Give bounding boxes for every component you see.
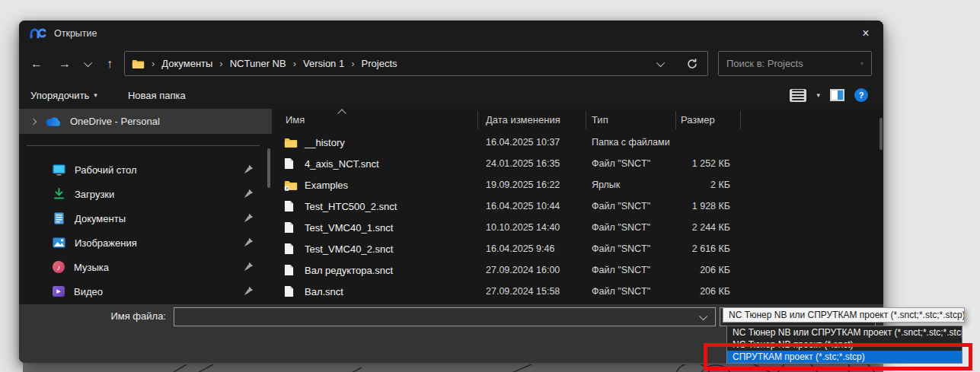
file-row[interactable]: 4_axis_NCT.snct 24.01.2025 16:35 Файл "S… (272, 153, 883, 174)
column-header-type[interactable]: Тип (592, 110, 608, 130)
file-row[interactable]: Вал редуктора.snct 27.09.2024 16:00 Файл… (272, 259, 883, 281)
file-name: Вал.snct (305, 286, 343, 297)
desktop-icon (53, 164, 65, 176)
back-icon: ← (30, 57, 43, 71)
file-type: Файл "SNCT" (586, 222, 675, 233)
file-type-dropdown: NC Тюнер NB или СПРУТКАМ проект (*.snct;… (726, 326, 962, 364)
file-size: 206 КБ (675, 286, 740, 297)
file-list: Имя Дата изменения Тип Размер __history … (272, 109, 883, 304)
search-box[interactable] (718, 51, 872, 76)
sidebar-item-desktop[interactable]: Рабочий стол (19, 157, 272, 182)
expand-chevron-icon[interactable] (30, 118, 37, 124)
search-input[interactable] (719, 58, 860, 69)
file-size: 206 КБ (675, 265, 740, 275)
file-row[interactable]: Test_VMC40_1.snct 10.10.2025 14:40 Файл … (272, 217, 883, 238)
view-options-caret-icon[interactable]: ▾ (816, 91, 820, 99)
file-row[interactable]: __history 16.04.2025 10:37 Папка с файла… (272, 132, 883, 153)
column-header-name[interactable]: Имя (286, 110, 305, 130)
app-logo-icon (30, 27, 46, 39)
videos-icon: ▶ (53, 286, 65, 297)
file-date: 27.09.2024 15:58 (477, 286, 586, 297)
breadcrumb-segment[interactable]: Version 1 (303, 58, 344, 69)
file-name: Test_VMC40_1.snct (305, 222, 393, 234)
list-scrollbar[interactable] (879, 118, 883, 150)
file-type: Папка с файлами (586, 137, 675, 148)
filename-label: Имя файла: (19, 310, 166, 322)
file-type: Файл "SNCT" (586, 201, 675, 211)
up-button[interactable]: ↑ (100, 54, 120, 74)
sidebar-scrollbar[interactable] (267, 148, 270, 188)
pin-icon (244, 213, 254, 223)
close-button[interactable]: × (848, 21, 883, 46)
file-date: 16.04.2025 9:46 (477, 243, 586, 254)
file-type: Файл "SNCT" (586, 265, 675, 275)
forward-button[interactable]: → (55, 54, 75, 74)
file-icon (284, 264, 298, 276)
file-row[interactable]: Вал.snct 27.09.2024 15:58 Файл "SNCT" 20… (272, 281, 883, 302)
file-row[interactable]: Test_VMC40_2.snct 16.04.2025 9:46 Файл "… (272, 238, 883, 259)
sidebar-item-music[interactable]: ♪ Музыка (19, 255, 272, 279)
breadcrumb-segment[interactable]: NCTuner NB (230, 58, 286, 69)
file-date: 27.09.2024 16:00 (477, 265, 586, 275)
filename-input[interactable] (174, 311, 701, 323)
pin-icon (244, 286, 254, 296)
sidebar-item-label: Музыка (74, 262, 109, 273)
sort-ascending-icon (337, 109, 346, 117)
file-date: 19.09.2025 16:22 (477, 180, 586, 190)
breadcrumb-chevron-icon: › (351, 58, 354, 69)
help-icon[interactable]: ? (854, 88, 868, 102)
file-name: Вал редуктора.snct (305, 265, 393, 276)
pin-icon (244, 164, 254, 174)
search-icon (860, 58, 863, 69)
caret-down-icon: ▾ (94, 91, 97, 99)
file-name: __history (305, 137, 345, 148)
refresh-icon[interactable] (686, 58, 698, 70)
recent-locations-button[interactable] (79, 54, 99, 74)
sidebar-item-label: OneDrive - Personal (70, 116, 160, 127)
file-date: 16.04.2025 10:44 (477, 201, 586, 211)
file-date: 16.04.2025 10:37 (477, 137, 586, 148)
file-size: 1 252 КБ (675, 158, 740, 169)
sidebar-item-onedrive[interactable]: OneDrive - Personal (19, 109, 272, 134)
up-icon: ↑ (107, 57, 113, 71)
navigation-sidebar: OneDrive - Personal Рабочий стол (19, 109, 272, 304)
file-size: 1 928 КБ (675, 201, 740, 211)
address-dropdown-icon[interactable] (656, 58, 665, 66)
list-header: Имя Дата изменения Тип Размер (272, 110, 883, 130)
new-folder-button[interactable]: Новая папка (128, 90, 186, 101)
sidebar-item-videos[interactable]: ▶ Видео (19, 279, 272, 304)
command-toolbar: Упорядочить ▾ Новая папка ▾ ? (19, 81, 883, 109)
organize-button[interactable]: Упорядочить ▾ (30, 90, 97, 101)
sidebar-item-label: Документы (75, 213, 126, 224)
cad-wireframe (23, 364, 883, 372)
chevron-down-icon (84, 59, 92, 67)
details-view-icon[interactable] (790, 89, 806, 102)
dropdown-option[interactable]: NC Тюнер NB или СПРУТКАМ проект (*.snct;… (727, 326, 962, 339)
breadcrumb-segment[interactable]: Projects (362, 58, 397, 69)
back-button[interactable]: ← (27, 54, 46, 74)
dropdown-option[interactable]: NC Тюнер NB проект (*.snct) (727, 339, 962, 351)
sidebar-item-downloads[interactable]: Загрузки (19, 182, 272, 206)
breadcrumb[interactable]: › Документы › NCTuner NB › Version 1 › P… (124, 51, 708, 76)
breadcrumb-chevron-icon: › (293, 58, 296, 69)
file-icon (284, 221, 298, 234)
column-header-date[interactable]: Дата изменения (486, 110, 560, 130)
close-icon: × (862, 27, 869, 40)
file-row[interactable]: Examples 19.09.2025 16:22 Ярлык 2 КБ (272, 174, 883, 196)
sidebar-item-documents[interactable]: Документы (19, 206, 272, 231)
help-glyph: ? (859, 91, 864, 100)
pin-icon (244, 189, 254, 199)
breadcrumb-chevron-icon: › (219, 58, 222, 69)
filename-combobox[interactable] (174, 307, 716, 326)
preview-pane-icon[interactable] (830, 89, 844, 101)
sidebar-item-pictures[interactable]: Изображения (19, 231, 272, 255)
file-row[interactable]: Test_HTC500_2.snct 16.04.2025 10:44 Файл… (272, 196, 883, 217)
breadcrumb-segment[interactable]: Документы (161, 58, 212, 69)
dropdown-option-selected[interactable]: СПРУТКАМ проект (*.stc;*.stcp) (727, 351, 962, 363)
pin-icon (244, 262, 254, 272)
column-header-size[interactable]: Размер (681, 110, 715, 130)
file-icon (284, 157, 298, 170)
onedrive-cloud-icon (46, 116, 62, 127)
music-note-glyph: ♪ (57, 263, 61, 272)
new-folder-label: Новая папка (128, 90, 186, 101)
